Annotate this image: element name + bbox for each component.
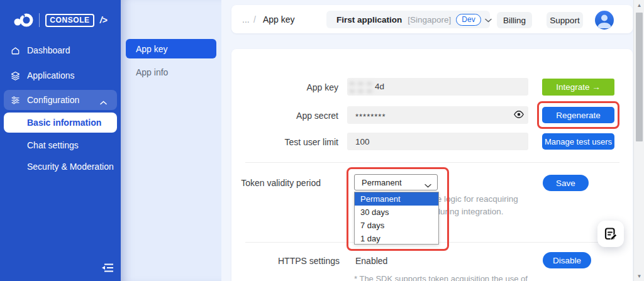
https-settings-value: Enabled	[355, 256, 387, 266]
environment-badge: Dev	[456, 14, 480, 26]
test-user-limit-label: Test user limit	[209, 137, 338, 147]
feedback-fab-button[interactable]	[597, 221, 624, 247]
sidebar-item-label: Basic information	[27, 118, 101, 128]
dropdown-option-7-days[interactable]: 7 days	[355, 219, 438, 232]
billing-button[interactable]: Billing	[497, 12, 532, 28]
vertical-scrollbar[interactable]: ▲ ▼	[633, 0, 644, 281]
sidebar-item-applications[interactable]: Applications	[0, 65, 121, 85]
token-validity-selected-value: Permanent	[362, 178, 402, 187]
manage-test-users-button[interactable]: Manage test users	[542, 133, 614, 150]
collapse-sidebar-icon[interactable]	[101, 262, 114, 273]
secondary-sidebar: App key App info	[121, 0, 221, 281]
sdk-footnote: * The SDK supports token acquisition the…	[354, 274, 528, 281]
test-user-limit-field[interactable]: 100	[347, 133, 528, 150]
breadcrumb-ellipsis[interactable]: ...	[242, 14, 250, 25]
sliders-icon	[11, 96, 20, 105]
sidebar-item-dashboard[interactable]: Dashboard	[0, 40, 121, 60]
sidebar-item-label: Dashboard	[27, 45, 70, 55]
integrate-button[interactable]: Integrate →	[542, 79, 614, 96]
regenerate-button[interactable]: Regenerate	[542, 107, 614, 123]
section-divider	[245, 162, 619, 163]
sidebar-item-security-moderation[interactable]: Security & Moderation	[0, 157, 121, 177]
logo-divider	[39, 13, 40, 27]
application-selector[interactable]: First application [Singapore] Dev	[326, 11, 490, 28]
primary-sidebar: CONSOLE /> Dashboard Applications Config…	[0, 0, 121, 281]
app-secret-field[interactable]: ********	[347, 106, 528, 124]
console-wordmark: CONSOLE	[45, 14, 94, 27]
scroll-down-arrow-icon[interactable]: ▼	[634, 271, 644, 281]
token-validity-select[interactable]: Permanent	[354, 174, 438, 190]
sidebar-item-chat-settings[interactable]: Chat settings	[0, 135, 121, 155]
token-validity-label: Token validity period	[192, 178, 321, 188]
sidebar-item-label: Chat settings	[27, 140, 79, 150]
scrollbar-thumb[interactable]	[636, 13, 643, 141]
sidebar-item-basic-information[interactable]: Basic information	[4, 113, 117, 133]
chevron-down-icon	[485, 14, 492, 25]
breadcrumb-separator: /	[253, 14, 256, 25]
subnav-item-app-info[interactable]: App info	[126, 65, 216, 80]
scroll-up-arrow-icon[interactable]: ▲	[634, 0, 644, 10]
user-avatar[interactable]	[595, 11, 614, 30]
support-button[interactable]: Support	[547, 12, 583, 28]
home-icon	[11, 46, 20, 55]
user-icon	[595, 11, 614, 30]
top-bar: ... / App key First application [Singapo…	[231, 5, 633, 33]
sidebar-item-label: Configuration	[27, 95, 79, 105]
disable-button[interactable]: Disable	[543, 252, 591, 268]
brand-logo[interactable]: CONSOLE />	[0, 9, 121, 31]
save-button[interactable]: Save	[543, 175, 589, 191]
https-settings-label: HTTPS settings	[211, 256, 340, 266]
console-slash-glyph: />	[100, 15, 108, 25]
app-window: CONSOLE /> Dashboard Applications Config…	[0, 0, 644, 281]
dropdown-option-30-days[interactable]: 30 days	[355, 206, 438, 219]
app-key-label: App key	[209, 82, 338, 92]
sidebar-item-configuration[interactable]: Configuration	[4, 90, 117, 110]
subnav-item-label: App key	[136, 44, 168, 54]
subnav-item-label: App info	[136, 67, 168, 77]
application-region: [Singapore]	[408, 15, 451, 25]
reveal-secret-eye-icon[interactable]	[513, 110, 525, 120]
breadcrumb-current: App key	[263, 14, 295, 25]
redacted-app-key-blur	[350, 80, 376, 93]
dropdown-option-1-day[interactable]: 1 day	[355, 232, 438, 245]
chevron-up-icon	[100, 97, 107, 107]
app-secret-label: App secret	[209, 111, 338, 121]
note-edit-icon	[604, 227, 618, 241]
app-key-field[interactable]: 4d	[347, 78, 528, 96]
brand-mark-icon	[13, 12, 33, 28]
dropdown-option-permanent[interactable]: Permanent	[355, 192, 438, 206]
app-key-visible-value: 4d	[375, 82, 384, 91]
app-secret-masked-value: ********	[355, 109, 386, 121]
sidebar-item-label: Security & Moderation	[27, 162, 114, 172]
test-user-limit-value: 100	[355, 137, 370, 146]
token-validity-dropdown-list: Permanent 30 days 7 days 1 day	[354, 192, 439, 245]
application-name: First application	[336, 15, 402, 25]
sidebar-item-label: Applications	[27, 70, 75, 80]
subnav-item-app-key[interactable]: App key	[126, 39, 216, 58]
chevron-down-icon	[425, 180, 431, 190]
layers-icon	[11, 71, 20, 80]
